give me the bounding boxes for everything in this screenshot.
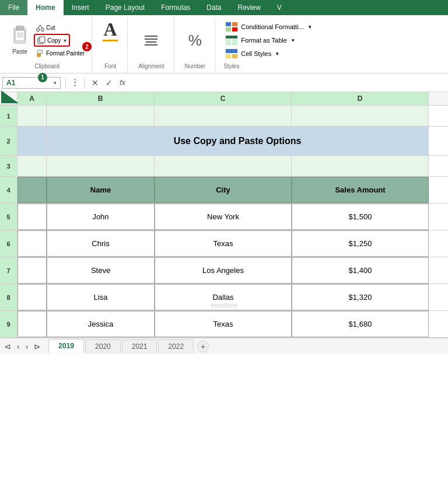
cell-d9[interactable]: $1,680 — [292, 311, 429, 337]
cell-c1[interactable] — [155, 106, 292, 126]
formula-divider — [65, 77, 66, 89]
cell-d8[interactable]: $1,320 — [292, 284, 429, 310]
sheet-tab-2019[interactable]: 2019 — [48, 339, 84, 354]
cell-c6[interactable]: Texas — [155, 230, 292, 257]
cell-c7[interactable]: Los Angeles — [155, 257, 292, 284]
row-number-2[interactable]: 2 — [0, 127, 18, 155]
col-header-d[interactable]: D — [292, 92, 429, 105]
cell-b3[interactable] — [47, 156, 155, 176]
copy-label: Copy — [47, 37, 61, 44]
cell-c8[interactable]: Dallas — [155, 284, 292, 310]
cell-b2-merged[interactable]: Use Copy and Paste Options — [47, 127, 429, 155]
svg-line-9 — [40, 25, 43, 29]
tab-more[interactable]: V — [269, 0, 290, 15]
cell-c4[interactable]: City — [155, 177, 292, 203]
row-number-7[interactable]: 7 — [0, 257, 18, 284]
data-d9: $1,680 — [349, 320, 372, 328]
tab-next-button[interactable]: › — [24, 342, 30, 351]
tab-insert[interactable]: Insert — [64, 0, 97, 15]
cell-a3[interactable] — [18, 156, 47, 176]
cell-b4[interactable]: Name — [47, 177, 155, 203]
cell-d6[interactable]: $1,250 — [292, 230, 429, 257]
select-all-triangle — [1, 90, 19, 103]
row-number-3[interactable]: 3 — [0, 156, 18, 176]
row-number-1[interactable]: 1 — [0, 106, 18, 126]
paste-button[interactable]: Paste — [7, 23, 33, 57]
cell-styles-arrow: ▾ — [276, 51, 279, 57]
cell-d1[interactable] — [292, 106, 429, 126]
cell-c5[interactable]: New York — [155, 204, 292, 230]
tab-formulas[interactable]: Formulas — [153, 0, 198, 15]
format-as-table-icon — [226, 36, 237, 45]
formula-input[interactable] — [130, 78, 446, 88]
cell-d3[interactable] — [292, 156, 429, 176]
cell-a6[interactable] — [18, 230, 47, 257]
cell-a2[interactable] — [18, 127, 47, 155]
cell-styles-button[interactable]: Cell Styles ▾ — [223, 48, 314, 60]
format-as-table-button[interactable]: Format as Table ▾ — [223, 34, 314, 46]
spreadsheet-rows: 1 2 Use Copy and Paste Options 3 4 — [0, 106, 448, 338]
sheet-tab-2022[interactable]: 2022 — [158, 340, 194, 353]
cell-a7[interactable] — [18, 257, 47, 284]
name-box-dropdown[interactable]: ▾ — [54, 80, 57, 86]
cell-c9[interactable]: Texas — [155, 311, 292, 337]
sheet-tab-2021[interactable]: 2021 — [122, 340, 158, 353]
copy-button[interactable]: Copy ▾ — [34, 34, 70, 47]
formula-grip — [71, 79, 79, 86]
tab-home[interactable]: Home — [27, 0, 63, 15]
row-number-9[interactable]: 9 — [0, 311, 18, 337]
col-header-c[interactable]: C — [155, 92, 292, 105]
cell-b1[interactable] — [47, 106, 155, 126]
cancel-formula-button[interactable]: ✕ — [89, 78, 101, 88]
select-all-button[interactable] — [0, 92, 18, 105]
formula-divider2 — [84, 77, 85, 89]
cell-a9[interactable] — [18, 311, 47, 337]
cell-a5[interactable] — [18, 204, 47, 230]
tab-first-button[interactable]: ⊲ — [2, 342, 13, 351]
svg-point-7 — [41, 29, 44, 32]
row-number-6[interactable]: 6 — [0, 230, 18, 257]
format-painter-button[interactable]: Format Painter — [34, 48, 87, 58]
confirm-formula-button[interactable]: ✓ — [103, 78, 115, 88]
copy-dropdown-arrow[interactable]: ▾ — [64, 37, 66, 44]
header-name: Name — [90, 186, 111, 194]
cell-a4[interactable] — [18, 177, 47, 203]
cell-a1[interactable] — [18, 106, 47, 126]
row-number-5[interactable]: 5 — [0, 204, 18, 230]
col-header-b[interactable]: B — [47, 92, 155, 105]
cell-d4[interactable]: Sales Amount — [292, 177, 429, 203]
row-number-8[interactable]: 8 — [0, 284, 18, 310]
tab-last-button[interactable]: ⊳ — [32, 342, 43, 351]
name-box[interactable]: A1 1 ▾ — [2, 77, 61, 89]
cell-b5[interactable]: John — [47, 204, 155, 230]
format-table-arrow: ▾ — [292, 37, 295, 43]
conditional-formatting-button[interactable]: Conditional Formatti... ▾ — [223, 21, 314, 33]
cell-b6[interactable]: Chris — [47, 230, 155, 257]
cell-d5[interactable]: $1,500 — [292, 204, 429, 230]
cell-b8[interactable]: Lisa — [47, 284, 155, 310]
cell-b7[interactable]: Steve — [47, 257, 155, 284]
font-underline-bar — [103, 40, 118, 41]
svg-rect-19 — [226, 36, 237, 38]
data-b7: Steve — [91, 266, 110, 275]
cell-c3[interactable] — [155, 156, 292, 176]
copy-icon — [37, 36, 46, 44]
svg-rect-15 — [226, 22, 231, 26]
tab-prev-button[interactable]: ‹ — [15, 342, 22, 351]
formula-bar: A1 1 ▾ ✕ ✓ fx — [0, 74, 448, 92]
cut-button[interactable]: Cut — [34, 22, 87, 33]
tab-data[interactable]: Data — [198, 0, 229, 15]
add-sheet-button[interactable]: + — [197, 341, 209, 352]
format-painter-label: Format Painter — [46, 50, 85, 57]
row-number-4[interactable]: 4 — [0, 177, 18, 203]
cell-d7[interactable]: $1,400 — [292, 257, 429, 284]
sheet-tab-2020[interactable]: 2020 — [85, 340, 121, 353]
cell-a8[interactable] — [18, 284, 47, 310]
data-b6: Chris — [92, 239, 109, 248]
col-header-a[interactable]: A — [18, 92, 47, 105]
tab-review[interactable]: Review — [229, 0, 268, 15]
tab-file[interactable]: File — [0, 0, 27, 15]
cell-b9[interactable]: Jessica — [47, 311, 155, 337]
tab-page-layout[interactable]: Page Layout — [97, 0, 153, 15]
data-c7: Los Angeles — [202, 266, 244, 275]
